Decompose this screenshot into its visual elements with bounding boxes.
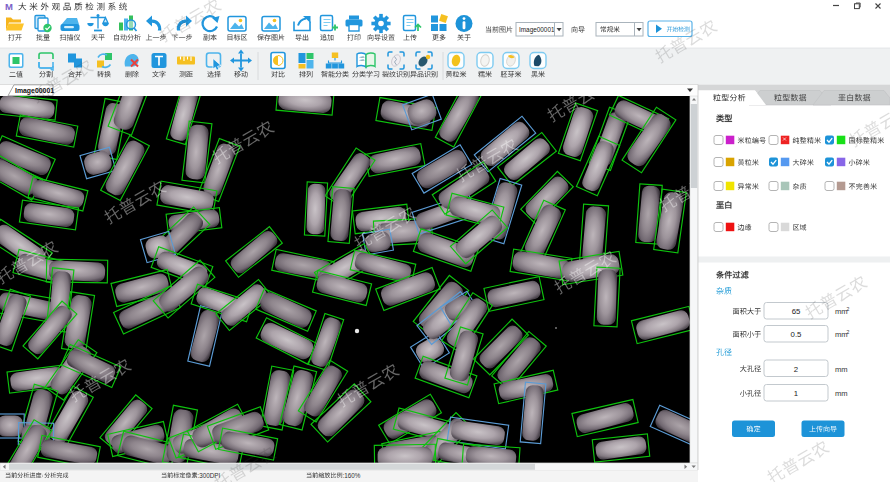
svg-text::160%: :160% bbox=[343, 472, 361, 479]
svg-text:2: 2 bbox=[794, 365, 798, 374]
svg-text:65: 65 bbox=[792, 307, 801, 316]
svg-text:1: 1 bbox=[794, 389, 798, 398]
svg-text:mm: mm bbox=[835, 389, 848, 398]
svg-text:Image00001: Image00001 bbox=[519, 26, 555, 34]
svg-text:2: 2 bbox=[847, 306, 850, 312]
svg-text::300DPI: :300DPI bbox=[198, 472, 221, 479]
svg-text:M: M bbox=[5, 1, 13, 12]
svg-text:2: 2 bbox=[847, 329, 850, 335]
svg-text:mm: mm bbox=[835, 365, 848, 374]
svg-text:0.5: 0.5 bbox=[791, 330, 803, 339]
